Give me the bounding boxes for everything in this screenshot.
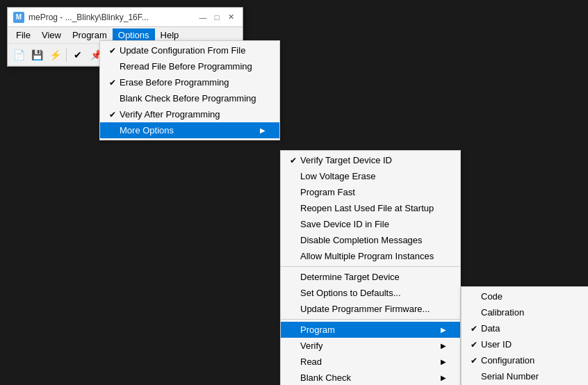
- program-option-configuration[interactable]: ✔ Configuration: [462, 352, 588, 368]
- option-label: More Options: [120, 125, 260, 136]
- option-program[interactable]: Program ▶: [281, 322, 460, 338]
- option-label: Low Voltage Erase: [300, 171, 446, 181]
- option-verify-device-id[interactable]: ✔ Verify Target Device ID: [281, 152, 460, 168]
- option-label: Allow Multiple Program Instances: [300, 251, 446, 261]
- option-verify[interactable]: Verify ▶: [281, 338, 460, 354]
- close-button[interactable]: ✕: [224, 11, 237, 24]
- menu-view[interactable]: View: [36, 28, 67, 42]
- option-reopen-last[interactable]: Reopen Last Used File at Startup: [281, 200, 460, 216]
- titlebar-left: M meProg - ..._Blinky\Blinky_16F...: [13, 12, 149, 23]
- option-label: Set Options to Defaults...: [300, 288, 446, 298]
- option-save-device-id[interactable]: Save Device ID in File: [281, 216, 460, 232]
- option-blank-check[interactable]: Blank Check Before Programming: [100, 90, 279, 106]
- check-icon: ✔: [106, 46, 120, 56]
- option-label: Update Programmer Firmware...: [300, 304, 446, 314]
- option-label: Blank Check: [300, 372, 441, 383]
- check-icon: ✔: [467, 340, 481, 350]
- toolbar-flash[interactable]: ⚡: [47, 47, 63, 63]
- option-low-voltage[interactable]: Low Voltage Erase: [281, 168, 460, 184]
- submenu-arrow-icon: ▶: [441, 342, 446, 350]
- check-icon: ✔: [467, 324, 481, 334]
- program-option-serial-number[interactable]: Serial Number: [462, 368, 588, 384]
- submenu-arrow-icon: ▶: [260, 126, 266, 134]
- option-label: Disable Completion Messages: [300, 235, 446, 245]
- toolbar-separator-1: [66, 48, 67, 62]
- option-disable-completion[interactable]: Disable Completion Messages: [281, 232, 460, 248]
- maximize-button[interactable]: □: [211, 11, 223, 24]
- option-label: Program Fast: [300, 187, 446, 197]
- submenu-arrow-icon: ▶: [441, 358, 446, 366]
- option-set-defaults[interactable]: Set Options to Defaults...: [281, 285, 460, 301]
- options-dropdown: ✔ Update Configuration From File Reread …: [99, 40, 280, 140]
- option-determine-target[interactable]: Determine Target Device: [281, 269, 460, 285]
- check-icon: ✔: [106, 110, 120, 120]
- option-more-options[interactable]: More Options ▶: [100, 122, 279, 138]
- separator-2: [281, 319, 460, 320]
- option-update-config[interactable]: ✔ Update Configuration From File: [100, 42, 279, 58]
- submenu-arrow-icon: ▶: [441, 326, 446, 334]
- toolbar-new[interactable]: 📄: [10, 47, 27, 63]
- menu-file[interactable]: File: [10, 28, 36, 42]
- window-title: meProg - ..._Blinky\Blinky_16F...: [28, 13, 149, 22]
- option-label: Verify: [300, 341, 441, 351]
- option-label: User ID: [481, 339, 588, 350]
- option-erase-before[interactable]: ✔ Erase Before Programming: [100, 74, 279, 90]
- option-label: Save Device ID in File: [300, 219, 446, 229]
- more-options-submenu: ✔ Verify Target Device ID Low Voltage Er…: [280, 150, 461, 385]
- option-label: Code: [481, 291, 588, 302]
- program-submenu: Code Calibration ✔ Data ✔ User ID ✔ Conf…: [461, 286, 588, 385]
- check-icon: ✔: [106, 78, 120, 88]
- option-allow-multiple[interactable]: Allow Multiple Program Instances: [281, 248, 460, 264]
- option-label: Reread File Before Programming: [120, 61, 266, 72]
- program-option-calibration[interactable]: Calibration: [462, 304, 588, 320]
- option-blank-check-sub[interactable]: Blank Check ▶: [281, 370, 460, 385]
- option-label: Calibration: [481, 307, 588, 318]
- submenu-arrow-icon: ▶: [441, 374, 446, 382]
- program-option-user-id[interactable]: ✔ User ID: [462, 336, 588, 352]
- option-label: Verify Target Device ID: [300, 155, 446, 165]
- option-label: Determine Target Device: [300, 272, 446, 282]
- option-read[interactable]: Read ▶: [281, 354, 460, 370]
- minimize-button[interactable]: —: [197, 11, 209, 24]
- option-label: Blank Check Before Programming: [120, 93, 266, 104]
- program-option-data[interactable]: ✔ Data: [462, 320, 588, 336]
- titlebar-controls: — □ ✕: [197, 11, 237, 24]
- toolbar-save[interactable]: 💾: [28, 47, 45, 63]
- program-option-code[interactable]: Code: [462, 288, 588, 304]
- option-program-fast[interactable]: Program Fast: [281, 184, 460, 200]
- option-verify-after[interactable]: ✔ Verify After Programming: [100, 106, 279, 122]
- option-reread-file[interactable]: Reread File Before Programming: [100, 58, 279, 74]
- check-icon: ✔: [286, 156, 300, 165]
- option-label: Erase Before Programming: [120, 77, 266, 88]
- check-icon: ✔: [467, 356, 481, 366]
- option-label: Serial Number: [481, 371, 588, 382]
- app-icon: M: [13, 12, 24, 23]
- option-label: Data: [481, 323, 588, 334]
- option-label: Read: [300, 357, 441, 367]
- titlebar: M meProg - ..._Blinky\Blinky_16F... — □ …: [8, 8, 243, 27]
- separator-1: [281, 266, 460, 267]
- option-label: Program: [300, 325, 441, 335]
- option-label: Configuration: [481, 355, 588, 366]
- option-update-firmware[interactable]: Update Programmer Firmware...: [281, 301, 460, 317]
- option-label: Verify After Programming: [120, 109, 266, 120]
- option-label: Update Configuration From File: [120, 45, 266, 56]
- option-label: Reopen Last Used File at Startup: [300, 203, 446, 213]
- toolbar-verify[interactable]: ✔: [70, 47, 86, 63]
